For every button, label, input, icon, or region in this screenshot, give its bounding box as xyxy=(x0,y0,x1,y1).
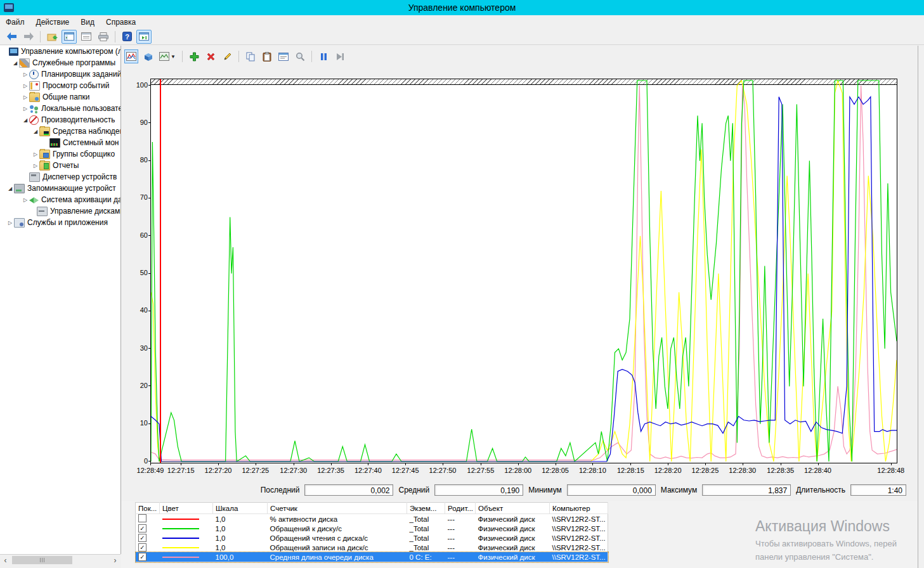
sidebar-item-label: Управление компьютером (л xyxy=(21,47,120,56)
view-log-data-button[interactable] xyxy=(141,49,155,63)
view-current-activity-button[interactable] xyxy=(124,49,138,63)
sidebar-item-performance-monitor[interactable]: Системный мон xyxy=(0,137,120,148)
x-tick-label: 12:27:40 xyxy=(355,467,382,474)
plot-area[interactable] xyxy=(150,79,897,463)
show-hide-console-tree-button[interactable] xyxy=(62,30,77,44)
sidebar-item-computer-management[interactable]: Управление компьютером (л xyxy=(0,46,120,57)
stat-label-maximum: Максимум xyxy=(661,486,697,494)
expand-arrow[interactable]: ◢ xyxy=(32,129,39,134)
x-tick-label: 12:27:45 xyxy=(392,467,419,474)
monitoring-tools-icon xyxy=(39,127,50,136)
console-properties-button[interactable] xyxy=(79,30,94,44)
title-bar[interactable]: Управление компьютером xyxy=(0,0,924,15)
sidebar-item-monitoring-tools[interactable]: ◢Средства наблюден xyxy=(0,126,120,137)
show-checkbox[interactable]: ✓ xyxy=(138,553,146,561)
help-button[interactable]: ? xyxy=(119,30,134,44)
cell-instance: _Total xyxy=(407,514,445,524)
sidebar-item-performance[interactable]: ◢Производительность xyxy=(0,114,120,126)
expand-arrow[interactable]: ▷ xyxy=(22,94,29,100)
tree-horizontal-scrollbar[interactable]: ‹ › xyxy=(0,554,120,565)
watermark-line1: Чтобы активировать Windows, перей xyxy=(755,539,920,548)
show-checkbox[interactable]: ✓ xyxy=(138,524,146,532)
sidebar-item-label: Локальные пользовате xyxy=(41,104,120,113)
change-graph-type-button[interactable]: ▼ xyxy=(157,49,178,63)
expand-arrow[interactable]: ▷ xyxy=(32,163,39,169)
show-checkbox[interactable] xyxy=(138,514,146,522)
update-data-button[interactable] xyxy=(333,49,347,63)
col-scale[interactable]: Шкала xyxy=(213,503,268,514)
expand-arrow[interactable]: ◢ xyxy=(6,186,14,191)
paste-counter-list-button[interactable] xyxy=(260,49,274,63)
col-object[interactable]: Объект xyxy=(476,503,550,514)
print-button[interactable] xyxy=(96,30,111,44)
color-swatch xyxy=(162,528,199,529)
time-bar xyxy=(160,79,161,463)
menu-view[interactable]: Вид xyxy=(75,16,100,28)
menu-file[interactable]: Файл xyxy=(0,16,30,28)
show-checkbox[interactable]: ✓ xyxy=(138,534,146,542)
collector-sets-icon xyxy=(39,150,50,159)
toolbar-separator xyxy=(311,51,312,62)
expand-arrow[interactable]: ◢ xyxy=(11,60,19,66)
sidebar-item-local-users[interactable]: ▷Локальные пользовате xyxy=(0,103,120,114)
sidebar-item-task-scheduler[interactable]: ▷Планировщик заданий xyxy=(0,68,120,80)
sidebar-item-system-tools[interactable]: ◢Служебные программы xyxy=(0,57,120,68)
x-tick-label: 12:28:10 xyxy=(579,467,606,474)
sidebar-item-shared-folders[interactable]: ▷Общие папки xyxy=(0,91,120,103)
expand-arrow[interactable]: ▷ xyxy=(22,83,29,89)
table-row[interactable]: 1,0 % активности диска _Total --- Физиче… xyxy=(136,514,608,524)
cell-counter: Обращений к диску/с xyxy=(268,524,407,533)
scroll-right-arrow-icon[interactable]: › xyxy=(110,555,120,565)
col-instance[interactable]: Экзем... xyxy=(407,503,445,514)
sidebar-item-reports[interactable]: ▷Отчеты xyxy=(0,160,120,171)
y-tick-label: 20 xyxy=(126,382,148,389)
sidebar-item-storage[interactable]: ◢Запоминающие устройст xyxy=(0,183,120,194)
show-checkbox[interactable]: ✓ xyxy=(138,543,146,552)
add-counter-button[interactable] xyxy=(187,49,201,63)
expand-arrow[interactable]: ▷ xyxy=(22,197,29,203)
properties-button[interactable] xyxy=(277,49,290,63)
table-row[interactable]: ✓ 1,0 Обращений записи на диск/с _Total … xyxy=(136,543,608,552)
main-toolbar: ? xyxy=(0,29,924,45)
menu-action[interactable]: Действие xyxy=(30,16,75,28)
scrollbar-thumb[interactable] xyxy=(12,556,72,564)
sidebar-item-disk-management[interactable]: Управление дисками xyxy=(0,205,120,217)
sidebar-item-data-collector-sets[interactable]: ▷Группы сборщико xyxy=(0,148,120,160)
expand-arrow[interactable]: ▷ xyxy=(22,72,29,77)
show-hide-action-pane-button[interactable] xyxy=(136,30,152,44)
expand-arrow[interactable]: ▷ xyxy=(6,220,14,226)
stat-label-duration: Длительность xyxy=(796,486,845,494)
expand-arrow[interactable]: ▷ xyxy=(32,152,39,157)
copy-properties-button[interactable] xyxy=(244,49,257,63)
sidebar-item-device-manager[interactable]: Диспетчер устройств xyxy=(0,171,120,183)
cell-object: Физический диск xyxy=(476,524,550,533)
col-computer[interactable]: Компьютер xyxy=(550,503,608,514)
col-color[interactable]: Цвет xyxy=(160,503,213,514)
x-axis-ticks xyxy=(150,463,896,465)
col-show[interactable]: Пок... xyxy=(136,503,160,514)
stat-value-duration: 1:40 xyxy=(850,484,906,496)
sidebar-item-event-viewer[interactable]: ▷Просмотр событий xyxy=(0,80,120,91)
table-row[interactable]: ✓ 1,0 Обращений к диску/с _Total --- Физ… xyxy=(136,524,608,533)
forward-button[interactable] xyxy=(21,30,36,44)
sidebar-item-services-applications[interactable]: ▷Службы и приложения xyxy=(0,217,120,228)
freeze-display-button[interactable] xyxy=(316,49,330,63)
back-button[interactable] xyxy=(4,30,19,44)
watermark-title: Активация Windows xyxy=(755,518,920,535)
delete-counter-button[interactable] xyxy=(204,49,218,63)
x-tick-mark xyxy=(781,463,781,465)
table-row-selected[interactable]: ✓ 100,0 Средняя длина очереди диска 0 C:… xyxy=(136,552,608,562)
zoom-button[interactable] xyxy=(293,49,307,63)
cell-instance: _Total xyxy=(407,533,445,543)
menu-help[interactable]: Справка xyxy=(100,16,141,28)
col-counter[interactable]: Счетчик xyxy=(268,503,407,514)
highlight-button[interactable] xyxy=(220,49,234,63)
expand-arrow[interactable]: ▷ xyxy=(22,106,29,112)
sidebar-item-backup[interactable]: ▷Система архивации да xyxy=(0,194,120,205)
export-list-button[interactable] xyxy=(44,30,60,44)
expand-arrow[interactable]: ◢ xyxy=(22,117,29,123)
scroll-left-arrow-icon[interactable]: ‹ xyxy=(0,555,11,565)
cell-computer: \\SRV12R2-ST... xyxy=(550,533,608,543)
col-parent[interactable]: Родит... xyxy=(445,503,476,514)
table-row[interactable]: ✓ 1,0 Обращений чтения с диска/с _Total … xyxy=(136,533,608,543)
